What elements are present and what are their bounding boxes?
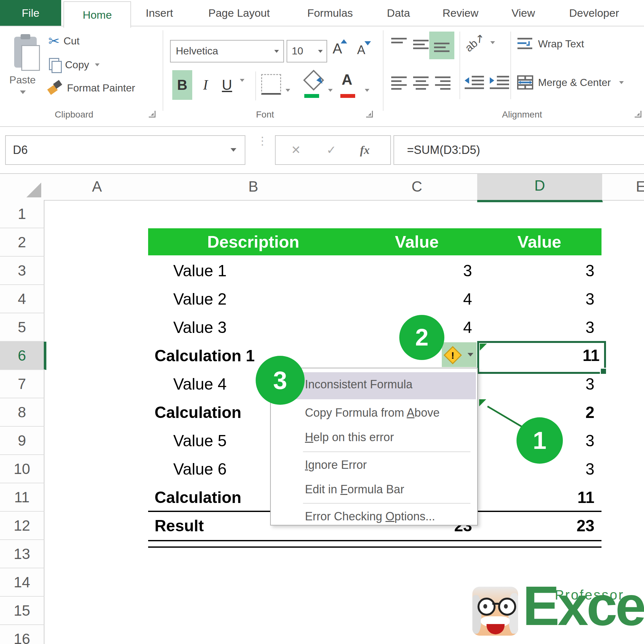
formula-bar-divider[interactable]: ⋮ (257, 137, 268, 145)
menu-item-error-checking-options[interactable]: Error Checking Options... (271, 504, 476, 529)
tab-insert[interactable]: Insert (138, 0, 180, 26)
sheet-row-4[interactable]: Value 243 (0, 285, 644, 313)
menu-separator (303, 451, 470, 452)
orientation-dropdown-icon[interactable] (490, 41, 495, 44)
merge-center-button[interactable]: Merge & Center (517, 75, 624, 90)
column-header-a[interactable]: A (44, 174, 151, 201)
italic-button[interactable]: I (197, 70, 213, 100)
orientation-button[interactable]: ab↗ (464, 36, 496, 49)
fill-handle[interactable] (600, 368, 607, 375)
row-header-16[interactable]: 16 (0, 625, 44, 644)
align-left-icon (390, 75, 408, 90)
font-color-dropdown-icon[interactable] (364, 88, 370, 93)
wrap-text-label: Wrap Text (538, 38, 584, 50)
sheet-row-5[interactable]: Value 343 (0, 313, 644, 342)
column-header-e[interactable]: E (602, 174, 644, 201)
enter-icon[interactable]: ✓ (327, 136, 336, 164)
font-name-select[interactable]: Helvetica (170, 40, 284, 62)
fill-color-button[interactable] (304, 72, 324, 98)
table-header-row[interactable]: Description Value Value (148, 228, 601, 255)
tab-home[interactable]: Home (63, 1, 131, 28)
row-header-15[interactable]: 15 (0, 597, 44, 625)
select-all-corner[interactable] (0, 174, 44, 201)
align-center-button[interactable] (412, 75, 430, 90)
column-header-c[interactable]: C (356, 174, 478, 201)
insert-function-icon[interactable]: fx (360, 136, 370, 164)
row-header-13[interactable]: 13 (0, 540, 44, 568)
align-right-icon (434, 75, 452, 90)
grow-font-button[interactable]: A (333, 41, 342, 57)
font-size-dropdown-icon[interactable] (318, 50, 323, 53)
align-left-button[interactable] (390, 75, 408, 90)
name-box-value: D6 (13, 136, 28, 164)
copy-button[interactable]: Copy (49, 56, 100, 73)
row-header-2[interactable]: 2 (0, 228, 44, 257)
tab-page-layout[interactable]: Page Layout (198, 0, 280, 26)
sheet-row-3[interactable]: Value 133 (0, 257, 644, 285)
tab-file[interactable]: File (0, 0, 61, 26)
selected-cell-d6[interactable]: 11 (477, 341, 606, 374)
result-double-underline (148, 540, 601, 548)
tab-data[interactable]: Data (375, 0, 422, 26)
tab-formulas[interactable]: Formulas (299, 0, 361, 26)
cut-button[interactable]: ✂ Cut (48, 32, 80, 50)
glasses-icon (478, 598, 496, 616)
menu-item-ignore-error[interactable]: Ignore Error (271, 453, 476, 477)
decrease-indent-icon (464, 75, 485, 90)
column-header-b[interactable]: B (150, 174, 357, 201)
error-warning-icon: ! (444, 346, 462, 365)
error-dropdown-icon[interactable] (468, 353, 473, 356)
tab-review[interactable]: Review (433, 0, 488, 26)
row-header-14[interactable]: 14 (0, 568, 44, 597)
top-align-icon (390, 36, 408, 50)
alignment-dialog-launcher[interactable] (635, 111, 641, 118)
font-size-select[interactable]: 10 (287, 40, 327, 62)
professor-excel-logo: Excel Professor (469, 583, 644, 641)
top-align-button[interactable] (390, 36, 408, 50)
annotation-step-3: 3 (256, 356, 305, 405)
middle-align-button[interactable] (412, 36, 430, 50)
merge-center-dropdown-icon[interactable] (619, 81, 624, 84)
row-header-1[interactable]: 1 (0, 200, 44, 228)
bottom-align-button[interactable] (429, 32, 454, 59)
name-box-dropdown-icon[interactable] (231, 148, 236, 152)
borders-dropdown-icon[interactable] (285, 88, 291, 93)
increase-indent-button[interactable] (489, 75, 510, 90)
bold-button[interactable]: B (172, 70, 192, 100)
name-box[interactable]: D6 (5, 135, 245, 165)
paste-button[interactable]: Paste (3, 30, 42, 104)
paste-dropdown-icon[interactable] (20, 90, 26, 95)
paste-label: Paste (3, 74, 42, 86)
fill-color-dropdown-icon[interactable] (327, 88, 333, 93)
font-color-button[interactable]: A (340, 72, 360, 98)
font-size-value: 10 (292, 41, 303, 61)
format-painter-button[interactable]: Format Painter (48, 79, 135, 97)
formula-buttons: ✕ ✓ fx (275, 135, 391, 165)
selected-cell-value: 11 (582, 343, 600, 368)
wrap-text-button[interactable]: Wrap Text (517, 36, 584, 52)
error-options-button[interactable]: ! (442, 342, 477, 367)
align-right-button[interactable] (434, 75, 452, 90)
font-dialog-launcher[interactable] (366, 111, 373, 118)
clipboard-dialog-launcher[interactable] (149, 111, 156, 118)
align-center-icon (412, 75, 430, 90)
ribbon-tab-bar: File Home Insert Page Layout Formulas Da… (0, 0, 644, 26)
shrink-font-button[interactable]: A (357, 43, 365, 57)
tab-developer[interactable]: Developer (560, 0, 628, 26)
font-name-dropdown-icon[interactable] (274, 50, 279, 53)
menu-item-help-on-this-error[interactable]: Help on this error (271, 425, 476, 450)
menu-item-copy-formula-from-above[interactable]: Copy Formula from Above (271, 401, 476, 425)
underline-button[interactable]: U (218, 70, 236, 100)
menu-item-edit-in-formula-bar[interactable]: Edit in Formula Bar (271, 477, 476, 502)
cancel-icon[interactable]: ✕ (291, 136, 301, 164)
formula-input[interactable]: =SUM(D3:D5) (393, 135, 644, 165)
tab-view[interactable]: View (501, 0, 546, 26)
copy-dropdown-icon[interactable] (95, 63, 99, 66)
column-header-d[interactable]: D (477, 174, 603, 202)
formula-bar: D6 ⋮ ✕ ✓ fx =SUM(D3:D5) (0, 127, 644, 174)
annotation-step-1: 1 (516, 417, 563, 464)
decrease-indent-button[interactable] (464, 75, 485, 90)
borders-button[interactable] (261, 74, 281, 95)
excel-window: File Home Insert Page Layout Formulas Da… (0, 0, 644, 644)
select-all-icon (26, 183, 41, 197)
